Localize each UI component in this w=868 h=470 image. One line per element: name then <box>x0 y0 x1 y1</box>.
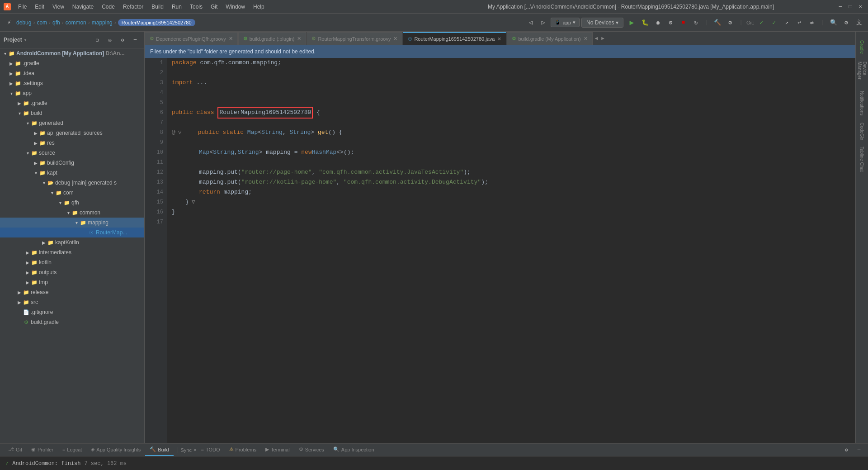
tree-mapping[interactable]: ▾ 📁 mapping <box>0 218 144 228</box>
menu-code[interactable]: Code <box>98 3 118 11</box>
run-button[interactable]: ▶ <box>625 17 638 28</box>
tree-routermap-file[interactable]: ▶ ☉ RouterMap... <box>0 228 144 237</box>
run-with-coverage-button[interactable]: ⚙ <box>665 17 676 28</box>
tree-debug-main[interactable]: ▾ 📂 debug [main] generated s <box>0 178 144 188</box>
sync-close[interactable]: ✕ <box>193 447 197 453</box>
stop-button[interactable]: ■ <box>678 17 689 28</box>
tab-close-icon[interactable]: ✕ <box>297 36 301 42</box>
tab-routermapping-java[interactable]: ☉ RouterMapping1695142502780.java ✕ <box>403 32 506 45</box>
tree-outputs[interactable]: ▶ 📁 outputs <box>0 267 144 277</box>
app-selector[interactable]: 📱 app ▾ <box>551 18 580 27</box>
tree-qfh[interactable]: ▾ 📁 qfh <box>0 198 144 208</box>
tab-buildgradle-plugin[interactable]: ⚙ build.gradle (:plugin) ✕ <box>238 32 307 45</box>
back-button[interactable]: ⚡ <box>4 17 14 28</box>
menu-edit[interactable]: Edit <box>31 3 48 11</box>
tree-release[interactable]: ▶ 📁 release <box>0 287 144 297</box>
panel-settings-icon[interactable]: ⚙ <box>841 445 852 456</box>
tab-git[interactable]: ⎇ Git <box>4 444 27 456</box>
tree-res[interactable]: ▶ 📁 res <box>0 138 144 148</box>
tree-common[interactable]: ▾ 📁 common <box>0 208 144 218</box>
tree-settings[interactable]: ▶ 📁 .settings <box>0 78 144 88</box>
git-update-icon[interactable]: ✓ <box>756 17 767 28</box>
tab-build[interactable]: 🔨 Build <box>145 444 173 456</box>
build-button[interactable]: 🔨 <box>712 17 723 28</box>
more-options-icon[interactable]: ⚙ <box>117 34 128 45</box>
tree-ap-generated[interactable]: ▶ 📁 ap_generated_sources <box>0 128 144 138</box>
sidebar-notifications-btn[interactable]: Notifications <box>857 90 868 117</box>
tab-problems[interactable]: ⚠ Problems <box>225 444 261 456</box>
breadcrumb-debug[interactable]: debug <box>16 19 31 26</box>
nav-back-icon[interactable]: ◁ <box>525 17 536 28</box>
git-history-icon[interactable]: ↗ <box>781 17 792 28</box>
tree-kapt[interactable]: ▾ 📁 kapt <box>0 168 144 178</box>
menu-git[interactable]: Git <box>207 3 221 11</box>
sidebar-tabline-chat-btn[interactable]: Tabline Chat <box>857 146 868 173</box>
tree-buildgradle[interactable]: ▶ ⚙ build.gradle <box>0 317 144 327</box>
tree-src[interactable]: ▶ 📁 src <box>0 297 144 307</box>
tab-close-icon[interactable]: ✕ <box>584 36 588 42</box>
tab-routermapping-transform[interactable]: ⚙ RouterMappingTransform.groovy ✕ <box>307 32 402 45</box>
sidebar-settings-icon[interactable]: ─ <box>130 34 141 45</box>
tree-app[interactable]: ▾ 📁 app <box>0 88 144 98</box>
tabs-scroll-right[interactable]: ▶ <box>599 35 606 41</box>
panel-close-icon[interactable]: ─ <box>854 445 864 456</box>
tree-kotlin[interactable]: ▶ 📁 kotlin <box>0 257 144 267</box>
tab-app-quality[interactable]: ◈ App Quality Insights <box>86 444 145 456</box>
menu-build[interactable]: Build <box>148 3 167 11</box>
code-editor[interactable]: 1 2 3 4 5 6 7 8 9 10 11 12 13 14 15 16 1… <box>145 58 855 443</box>
translate-icon[interactable]: 文 <box>854 17 864 28</box>
close-button[interactable]: ✕ <box>856 3 864 11</box>
breadcrumb-mapping[interactable]: mapping <box>92 19 113 26</box>
tree-com[interactable]: ▾ 📁 com <box>0 188 144 198</box>
breadcrumb-current[interactable]: RouterMapping1695142502780 <box>118 19 195 26</box>
search-everywhere-icon[interactable]: 🔍 <box>828 17 839 28</box>
breadcrumb-qfh[interactable]: qfh <box>52 19 60 26</box>
tree-app-gradle[interactable]: ▶ 📁 .gradle <box>0 98 144 108</box>
sidebar-device-manager-btn[interactable]: Device Manager <box>857 62 868 89</box>
tab-buildgradle-app[interactable]: ⚙ build.gradle (My Application) ✕ <box>507 32 592 45</box>
tab-close-icon[interactable]: ✕ <box>229 36 233 42</box>
minimize-button[interactable]: ─ <box>836 3 844 11</box>
git-push-icon[interactable]: ✓ <box>769 17 779 28</box>
maximize-button[interactable]: □ <box>846 3 854 11</box>
tree-buildconfig[interactable]: ▶ 📁 buildConfig <box>0 158 144 168</box>
menu-help[interactable]: Help <box>250 3 268 11</box>
tree-root[interactable]: ▾ 📁 AndroidCommon [My Application] D:\An… <box>0 48 144 58</box>
tree-app-build[interactable]: ▾ 📁 build <box>0 108 144 118</box>
menu-run[interactable]: Run <box>168 3 185 11</box>
tree-idea[interactable]: ▶ 📁 .idea <box>0 68 144 78</box>
settings-button[interactable]: ⚙ <box>841 17 852 28</box>
breadcrumb-common[interactable]: common <box>66 19 86 26</box>
sidebar-gradle-btn[interactable]: Gradle <box>857 33 868 61</box>
project-dropdown-arrow[interactable]: ▾ <box>24 37 27 43</box>
menu-tools[interactable]: Tools <box>186 3 206 11</box>
debug-button[interactable]: 🐛 <box>640 17 651 28</box>
menu-navigate[interactable]: Navigate <box>69 3 97 11</box>
menu-refactor[interactable]: Refactor <box>119 3 147 11</box>
tabs-scroll-left[interactable]: ◀ <box>593 35 600 41</box>
tab-app-inspection[interactable]: 🔍 App Inspection <box>329 444 379 456</box>
tab-close-icon[interactable]: ✕ <box>393 36 397 42</box>
profile-button[interactable]: ◉ <box>652 17 663 28</box>
tab-todo[interactable]: ≡ TODO <box>197 444 225 456</box>
breadcrumb-com[interactable]: com <box>37 19 47 26</box>
menu-file[interactable]: File <box>14 3 30 11</box>
git-revert-icon[interactable]: ↩ <box>794 17 805 28</box>
locate-icon[interactable]: ◎ <box>104 34 115 45</box>
tab-logcat[interactable]: ≡ Logcat <box>58 444 86 456</box>
tree-gitignore[interactable]: ▶ 📄 .gitignore <box>0 307 144 317</box>
tab-services[interactable]: ⚙ Services <box>294 444 329 456</box>
tree-generated[interactable]: ▾ 📁 generated <box>0 118 144 128</box>
collapse-all-icon[interactable]: ⊟ <box>92 34 103 45</box>
git-merge-icon[interactable]: ⇌ <box>807 17 817 28</box>
menu-window[interactable]: Window <box>222 3 249 11</box>
tree-tmp[interactable]: ▶ 📁 tmp <box>0 277 144 287</box>
tab-profiler[interactable]: ◉ Profiler <box>27 444 58 456</box>
device-selector[interactable]: No Devices ▾ <box>581 18 623 28</box>
tree-kaptkotlin[interactable]: ▶ 📁 kaptKotlin <box>0 237 144 247</box>
tree-source[interactable]: ▾ 📁 source <box>0 148 144 158</box>
nav-forward-icon[interactable]: ▷ <box>538 17 549 28</box>
tree-intermediates[interactable]: ▶ 📁 intermediates <box>0 247 144 257</box>
settings-icon[interactable]: ⚙ <box>725 17 736 28</box>
tab-dependencies[interactable]: ⚙ DependenciesPluginQfh.groovy ✕ <box>145 32 238 45</box>
